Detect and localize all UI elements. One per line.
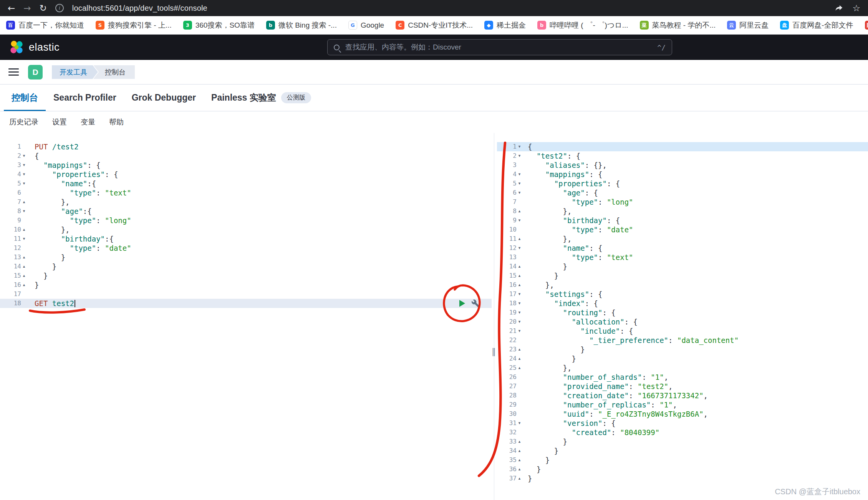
request-line[interactable]: 4▾ "properties": { [0, 170, 492, 179]
fold-caret-icon[interactable]: ▾ [517, 142, 522, 151]
response-line[interactable]: 21▾ "include": { [497, 326, 868, 336]
fold-caret-icon[interactable]: ▴ [517, 207, 522, 216]
site-info-icon[interactable]: i [55, 4, 64, 12]
response-line[interactable]: 11▴ }, [497, 234, 868, 243]
fold-caret-icon[interactable]: ▾ [21, 170, 27, 179]
response-line[interactable]: 33▴ } [497, 437, 868, 446]
response-line[interactable]: 14▴ } [497, 262, 868, 271]
response-line[interactable]: 12▾ "name": { [497, 243, 868, 253]
fold-caret-icon[interactable]: ▴ [517, 446, 522, 455]
bookmark-item[interactable]: S搜狗搜索引擎 - 上... [96, 20, 172, 30]
response-line[interactable]: 7 "type": "long" [497, 197, 868, 207]
response-line[interactable]: 28 "creation_date": "1667371173342", [497, 391, 868, 400]
fold-caret-icon[interactable]: ▴ [517, 474, 522, 483]
request-line[interactable]: 13▴ } [0, 253, 492, 262]
fold-caret-icon[interactable]: ▾ [517, 299, 522, 308]
request-line[interactable]: 7▴ }, [0, 197, 492, 207]
bookmark-item[interactable]: 盘百度网盘-全部文件 [780, 20, 853, 30]
response-line[interactable]: 24▴ } [497, 354, 868, 363]
response-line[interactable]: 19▾ "routing": { [497, 308, 868, 317]
response-line[interactable]: 36▴ } [497, 465, 868, 474]
request-line[interactable]: 3▾ "mappings": { [0, 161, 492, 170]
response-line[interactable]: 25▴ }, [497, 363, 868, 373]
response-line[interactable]: 34▴ } [497, 446, 868, 455]
bookmark-item[interactable]: b微软 Bing 搜索 -... [266, 20, 337, 30]
fold-caret-icon[interactable]: ▴ [21, 262, 27, 271]
request-line[interactable]: 16▴} [0, 280, 492, 290]
menu-history[interactable]: 历史记录 [9, 117, 38, 127]
request-line[interactable]: 8▾ "age":{ [0, 207, 492, 216]
divider-grip-icon[interactable]: ‖ [492, 346, 496, 356]
fold-caret-icon[interactable]: ▾ [21, 161, 27, 170]
fold-caret-icon[interactable]: ▴ [517, 354, 522, 363]
fold-caret-icon[interactable]: ▾ [21, 151, 27, 161]
tab-search-profiler[interactable]: Search Profiler [46, 84, 124, 111]
fold-caret-icon[interactable]: ▾ [21, 207, 27, 216]
fold-caret-icon[interactable]: ▴ [21, 253, 27, 262]
request-line[interactable]: 1PUT /test2 [0, 142, 492, 151]
tab-console[interactable]: 控制台 [4, 84, 46, 111]
fold-caret-icon[interactable]: ▴ [517, 363, 522, 373]
response-line[interactable]: 29 "number_of_replicas": "1", [497, 400, 868, 409]
response-line[interactable]: 35▴ } [497, 455, 868, 465]
menu-icon[interactable] [8, 68, 19, 76]
request-line[interactable]: 9 "type": "long" [0, 216, 492, 225]
forward-icon[interactable]: → [23, 4, 31, 13]
menu-variables[interactable]: 变量 [81, 117, 95, 127]
response-line[interactable]: 31▾ "version": { [497, 419, 868, 428]
response-line[interactable]: 6▾ "age": { [497, 188, 868, 197]
request-editor[interactable]: 1PUT /test22▾{3▾ "mappings": {4▾ "proper… [0, 133, 492, 500]
request-line[interactable]: 11▾ "birthday":{ [0, 234, 492, 243]
response-line[interactable]: 10 "type": "date" [497, 225, 868, 234]
fold-caret-icon[interactable]: ▴ [517, 262, 522, 271]
request-line[interactable]: 12 "type": "date" [0, 243, 492, 253]
bookmark-item[interactable]: 菜菜鸟教程 - 学的不... [640, 20, 716, 30]
fold-caret-icon[interactable]: ▴ [517, 437, 522, 446]
request-line[interactable]: 5▾ "name":{ [0, 179, 492, 188]
fold-caret-icon[interactable]: ▾ [517, 243, 522, 253]
bookmark-item[interactable]: 云阿里云盘 [727, 20, 769, 30]
back-icon[interactable]: ← [8, 4, 15, 13]
bookmark-item[interactable]: 3360搜索，SO靠谱 [183, 20, 255, 30]
response-line[interactable]: 20▾ "allocation": { [497, 317, 868, 326]
fold-caret-icon[interactable]: ▾ [21, 179, 27, 188]
response-line[interactable]: 13 "type": "text" [497, 253, 868, 262]
bookmark-item[interactable]: CCSDN-专业IT技术... [396, 20, 473, 30]
response-line[interactable]: 23▴ } [497, 345, 868, 354]
bookmark-item[interactable]: 百百度一下，你就知道 [6, 20, 84, 30]
fold-caret-icon[interactable]: ▾ [517, 317, 522, 326]
fold-caret-icon[interactable]: ▴ [517, 455, 522, 465]
fold-caret-icon[interactable]: ▾ [517, 216, 522, 225]
response-line[interactable]: 30 "uuid": "_E_ro4Z3Tny8W4sTkgzB6A", [497, 409, 868, 419]
request-line[interactable]: 17 [0, 290, 492, 299]
fold-caret-icon[interactable]: ▴ [517, 345, 522, 354]
response-line[interactable]: 3 "aliases": {}, [497, 161, 868, 170]
response-line[interactable]: 16▴ }, [497, 280, 868, 290]
fold-caret-icon[interactable]: ▴ [517, 234, 522, 243]
request-line[interactable]: 15▴ } [0, 271, 492, 280]
bookmark-item[interactable]: GGoogle [348, 21, 384, 30]
fold-caret-icon[interactable]: ▾ [517, 179, 522, 188]
bookmark-item[interactable]: b哔哩哔哩 ( ゜- ゜)つロ... [537, 20, 628, 30]
tab-painless-lab[interactable]: Painless 实验室公测版 [204, 84, 319, 111]
response-viewer[interactable]: 1▾{2▾ "test2": {3 "aliases": {},4▾ "mapp… [497, 133, 868, 500]
request-line[interactable]: 10▴ }, [0, 225, 492, 234]
response-line[interactable]: 8▴ }, [497, 207, 868, 216]
share-icon[interactable] [835, 4, 844, 12]
fold-caret-icon[interactable]: ▾ [517, 419, 522, 428]
elastic-logo-icon[interactable] [9, 40, 24, 54]
global-search-input[interactable] [345, 43, 652, 52]
fold-caret-icon[interactable]: ▴ [517, 280, 522, 290]
response-line[interactable]: 2▾ "test2": { [497, 151, 868, 161]
request-line[interactable]: 14▴ } [0, 262, 492, 271]
fold-caret-icon[interactable]: ▴ [21, 225, 27, 234]
request-options-icon[interactable] [471, 299, 480, 308]
fold-caret-icon[interactable]: ▾ [517, 308, 522, 317]
space-avatar[interactable]: D [28, 65, 43, 79]
breadcrumb-console[interactable]: 控制台 [93, 65, 135, 79]
response-line[interactable]: 26 "number_of_shards": "1", [497, 373, 868, 382]
reload-icon[interactable]: ↻ [40, 4, 47, 13]
response-line[interactable]: 32 "created": "8040399" [497, 428, 868, 437]
request-line[interactable]: 2▾{ [0, 151, 492, 161]
fold-caret-icon[interactable]: ▾ [517, 290, 522, 299]
